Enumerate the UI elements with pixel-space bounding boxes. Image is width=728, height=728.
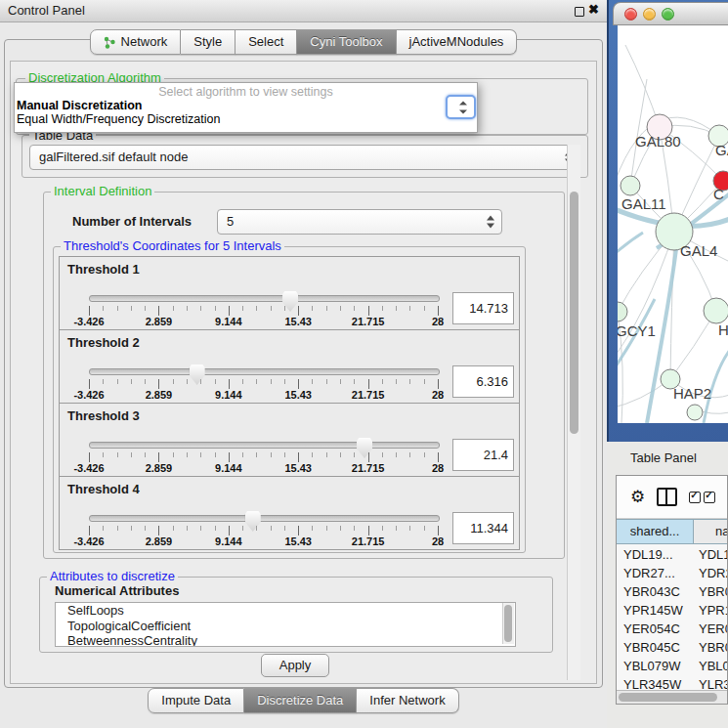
table-data-combobox[interactable]: galFiltered.sif default node	[29, 145, 580, 170]
right-column: GAL80GACGAL11GAL4GCY1HHAP2 Table Panel ⚙…	[607, 0, 728, 728]
tab-network[interactable]: Network	[90, 29, 182, 55]
node-h[interactable]	[704, 298, 728, 323]
checkbox-icon[interactable]	[704, 492, 715, 503]
tab-impute-data[interactable]: Impute Data	[148, 688, 244, 713]
threshold-2-slider[interactable]: -3.4262.8599.14415.4321.71528	[89, 330, 438, 403]
close-traffic-light[interactable]	[624, 8, 637, 21]
column-header-name[interactable]: na	[694, 519, 728, 544]
scale-tick-label: -3.426	[73, 535, 104, 547]
threshold-4-slider[interactable]: -3.4262.8599.14415.4321.71528	[89, 477, 438, 549]
threshold-value-input[interactable]: 11.344	[452, 512, 514, 544]
slider-scale: -3.4262.8599.14415.4321.71528	[89, 462, 438, 474]
scale-tick-label: 2.859	[146, 462, 173, 474]
tab-label: Infer Network	[369, 689, 445, 712]
node-gcy1[interactable]	[618, 302, 627, 321]
scale-tick-label: 9.144	[215, 535, 242, 547]
table-panel-titlebar: Table Panel	[607, 442, 728, 475]
scale-tick-label: 28	[432, 462, 444, 474]
attribute-item[interactable]: BetweennessCentrality	[56, 633, 515, 647]
table-row[interactable]: YBR043CYBR0	[617, 582, 728, 601]
column-header-shared-name[interactable]: shared...	[617, 519, 694, 544]
threshold-3-slider[interactable]: -3.4262.8599.14415.4321.71528	[89, 404, 438, 476]
combo-arrows-icon	[487, 216, 494, 229]
table-row[interactable]: YBR045CYBR0	[617, 638, 728, 657]
table-row[interactable]: YBL079WYBL0	[617, 657, 728, 675]
scale-tick-label: 2.859	[146, 389, 173, 401]
tab-label: Style	[193, 30, 222, 54]
network-canvas[interactable]: GAL80GACGAL11GAL4GCY1HHAP2	[618, 25, 728, 423]
numerical-attributes-list[interactable]: SelfLoopsTopologicalCoefficientBetweenne…	[55, 602, 516, 647]
dropdown-option-manual[interactable]: Manual Discretization	[15, 100, 477, 113]
table-header-row: shared... na	[617, 519, 728, 544]
list-scrollbar[interactable]	[502, 603, 514, 644]
attribute-item[interactable]: SelfLoops	[56, 603, 515, 619]
float-panel-icon[interactable]	[575, 7, 584, 17]
threshold-1-slider[interactable]: -3.4262.8599.14415.4321.71528	[89, 257, 438, 329]
slider-track[interactable]	[89, 368, 440, 375]
network-desktop: GAL80GACGAL11GAL4GCY1HHAP2	[607, 0, 728, 442]
threshold-value-input[interactable]: 21.4	[452, 439, 514, 471]
checkbox-icon[interactable]	[689, 492, 701, 503]
minimize-traffic-light[interactable]	[643, 8, 656, 21]
table-horizontal-scrollbar[interactable]	[617, 690, 727, 704]
tab-label: Discretize Data	[257, 689, 343, 712]
scale-tick-label: 15.43	[284, 389, 312, 401]
node-gal11[interactable]	[621, 176, 640, 195]
tab-label: Select	[248, 30, 283, 54]
scrollbar-thumb[interactable]	[619, 693, 717, 702]
table-data-value: galFiltered.sif default node	[39, 146, 188, 168]
table-panel: ⚙ shared... na YDL19...YDL1YDR27...YDR2Y…	[616, 475, 728, 705]
table-row[interactable]: YER054CYER0	[617, 620, 728, 638]
table-toolbar: ⚙	[617, 476, 728, 519]
apply-button[interactable]: Apply	[261, 654, 329, 677]
tab-select[interactable]: Select	[236, 29, 297, 55]
threshold-value-input[interactable]: 6.316	[452, 365, 514, 398]
threshold-3-panel: Threshold 3 -3.4262.8599.14415.4321.7152…	[59, 403, 520, 477]
algorithm-combobox-end[interactable]	[446, 95, 476, 119]
number-of-intervals-combobox[interactable]: 5	[217, 209, 502, 235]
slider-track[interactable]	[89, 295, 440, 302]
svg-text:HAP2: HAP2	[673, 385, 711, 402]
number-of-intervals-label: Number of Intervals	[72, 214, 192, 229]
tab-cyni-toolbox[interactable]: Cyni Toolbox	[297, 29, 396, 55]
threshold-4-panel: Threshold 4 -3.4262.8599.14415.4321.7152…	[59, 476, 520, 550]
scale-tick-label: 9.144	[215, 389, 242, 401]
table-rows: YDL19...YDL1YDR27...YDR2YBR043CYBR0YPR14…	[617, 545, 728, 705]
zoom-traffic-light[interactable]	[662, 8, 674, 21]
svg-text:GA: GA	[715, 142, 728, 158]
tab-label: Impute Data	[161, 689, 231, 712]
scrollbar-thumb[interactable]	[570, 192, 578, 434]
thresholds-group-label: Threshold's Coordinates for 5 Intervals	[61, 239, 284, 253]
table-row[interactable]: YDL19...YDL1	[617, 545, 728, 564]
tab-jactivemnodules[interactable]: jActiveMNodules	[397, 29, 518, 55]
dropdown-option-equal-width[interactable]: Equal Width/Frequency Discretization	[15, 113, 477, 127]
network-window-titlebar[interactable]	[613, 2, 728, 25]
svg-text:GCY1: GCY1	[618, 322, 656, 339]
tab-style[interactable]: Style	[181, 29, 236, 55]
scale-tick-label: 15.43	[284, 316, 312, 327]
gear-icon[interactable]: ⚙	[630, 489, 645, 505]
attribute-item[interactable]: TopologicalCoefficient	[56, 619, 515, 634]
slider-scale: -3.4262.8599.14415.4321.71528	[89, 316, 438, 327]
slider-track[interactable]	[89, 515, 440, 522]
scrollbar-thumb[interactable]	[504, 605, 512, 642]
slider-track[interactable]	[89, 442, 440, 449]
scale-tick-label: 2.859	[146, 535, 173, 547]
scale-tick-label: 21.715	[352, 389, 385, 401]
slider-scale: -3.4262.8599.14415.4321.71528	[89, 389, 438, 401]
node-partial[interactable]	[687, 405, 703, 420]
table-row[interactable]: YPR145WYPR1	[617, 601, 728, 620]
threshold-value-input[interactable]: 14.713	[452, 292, 514, 324]
table-row[interactable]: YDR27...YDR2	[617, 564, 728, 582]
tab-infer-network[interactable]: Infer Network	[357, 688, 458, 713]
tab-discretize-data[interactable]: Discretize Data	[244, 688, 357, 713]
split-columns-icon[interactable]	[657, 488, 677, 506]
table-panel-title: Table Panel	[630, 450, 697, 465]
svg-text:GAL4: GAL4	[680, 242, 717, 259]
scale-tick-label: 28	[432, 316, 444, 327]
dropdown-prompt-item[interactable]: Select algorithm to view settings	[15, 85, 477, 100]
close-icon[interactable]: ✖	[588, 2, 599, 17]
interval-definition-label: Interval Definition	[51, 185, 154, 198]
panel-scrollbar[interactable]	[567, 145, 580, 680]
number-of-intervals-value: 5	[227, 210, 234, 233]
